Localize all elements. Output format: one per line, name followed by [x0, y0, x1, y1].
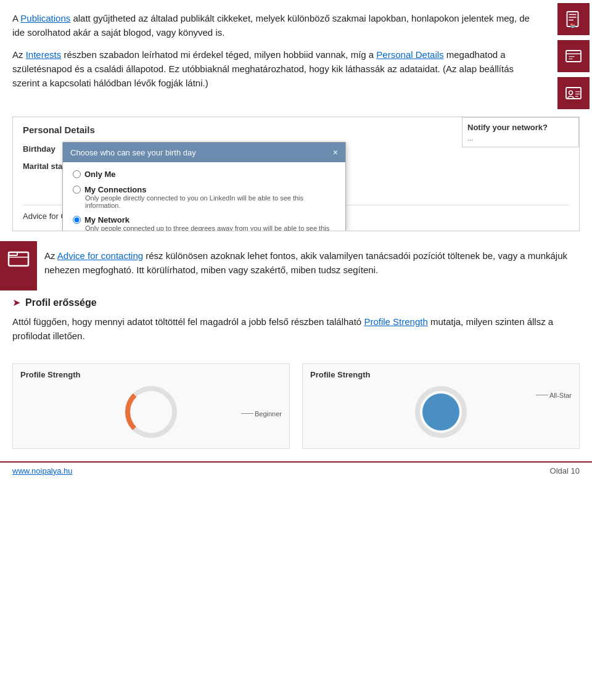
advice-text: Az Advice for contacting rész különösen …	[37, 241, 592, 290]
radio-only-me: Only Me	[73, 170, 335, 179]
folder-icon	[7, 247, 30, 270]
advice-icon-box	[0, 241, 37, 290]
para-publications: A Publications alatt gyűjtheted az által…	[12, 11, 543, 40]
svg-point-20	[422, 393, 459, 430]
svg-point-10	[569, 91, 573, 94]
screenshot-left: Personal Details Birthday Month... ▼ Day…	[0, 117, 592, 231]
allstar-label-group: All-Star	[536, 392, 572, 399]
modal-overlay: Choose who can see your birth day × Only…	[62, 142, 346, 231]
radio-only-me-input[interactable]	[73, 170, 81, 178]
ui-mockup: Personal Details Birthday Month... ▼ Day…	[12, 117, 580, 231]
footer-url[interactable]: www.noipalya.hu	[12, 466, 73, 476]
profile-strength-link[interactable]: Profile Strength	[364, 316, 427, 327]
para-interests: Az Interests részben szabadon leírhatod …	[12, 47, 543, 91]
main-text: A Publications alatt gyűjtheted az által…	[0, 0, 555, 110]
personal-details-link[interactable]: Personal Details	[376, 49, 443, 60]
profil-section: ➤ Profil erőssége Attól függően, hogy me…	[0, 290, 592, 357]
strength-card-beginner: Profile Strength Beginner	[12, 363, 290, 449]
modal-header: Choose who can see your birth day ×	[63, 142, 345, 162]
footer: www.noipalya.hu Oldal 10	[0, 461, 592, 479]
modal-body: Only Me My Connections Only people direc…	[63, 162, 345, 231]
profil-para: Attól függően, hogy mennyi adatot töltöt…	[12, 315, 580, 344]
strength-card-title-beginner: Profile Strength	[20, 370, 81, 379]
profil-title: Profil erőssége	[25, 297, 97, 308]
modal-close-x[interactable]: ×	[333, 147, 338, 157]
top-section: A Publications alatt gyűjtheted az által…	[0, 0, 592, 110]
svg-rect-15	[9, 252, 17, 255]
radio-network-label: My Network	[84, 215, 130, 224]
strength-visual-allstar: All-Star	[310, 384, 572, 440]
svg-text:📚: 📚	[570, 23, 576, 28]
profil-arrow: ➤	[12, 297, 20, 308]
interests-link[interactable]: Interests	[26, 49, 62, 60]
notify-box: Notify your network? ...	[462, 117, 579, 147]
sidebar-icons-top: 📚	[555, 0, 592, 110]
beginner-line	[241, 413, 253, 414]
svg-rect-14	[9, 252, 28, 266]
ui-inner: Personal Details Birthday Month... ▼ Day…	[13, 117, 579, 231]
publications-link[interactable]: Publications	[20, 13, 70, 23]
sidebar-icon-card	[557, 40, 590, 72]
book-icon: 📚	[564, 10, 583, 28]
svg-rect-5	[566, 51, 581, 62]
radio-network: My Network Only people connected up to t…	[73, 215, 335, 231]
page-wrapper: A Publications alatt gyűjtheted az által…	[0, 0, 592, 479]
radio-network-desc: Only people connected up to three degree…	[85, 224, 335, 231]
allstar-line	[536, 395, 548, 395]
person-card-icon	[564, 84, 583, 102]
strength-card-title-allstar: Profile Strength	[310, 370, 371, 379]
beginner-label-group: Beginner	[241, 410, 282, 418]
radio-only-me-label: Only Me	[84, 170, 116, 179]
notify-title: Notify your network?	[467, 123, 574, 132]
allstar-circle-svg	[413, 384, 469, 440]
strength-card-allstar: Profile Strength All-Star	[302, 363, 580, 449]
beginner-label: Beginner	[255, 410, 282, 418]
modal-title: Choose who can see your birth day	[70, 148, 196, 157]
screenshot-section: Personal Details Birthday Month... ▼ Day…	[0, 117, 592, 231]
radio-connections-label: My Connections	[84, 185, 146, 194]
strength-images: Profile Strength Beginner Profile Streng…	[12, 363, 580, 449]
advice-section: Az Advice for contacting rész különösen …	[0, 241, 592, 290]
allstar-label: All-Star	[549, 392, 572, 399]
footer-page: Oldal 10	[550, 466, 580, 476]
advice-highlight[interactable]: Advice for contacting	[57, 250, 143, 261]
profil-heading: ➤ Profil erőssége	[12, 297, 580, 308]
card-icon	[564, 47, 583, 65]
sidebar-icon-book: 📚	[557, 3, 590, 35]
beginner-circle-svg	[123, 384, 179, 440]
radio-connections-input[interactable]	[73, 186, 81, 194]
radio-connections-desc: Only people directly connected to you on…	[85, 194, 335, 209]
notify-desc: ...	[467, 134, 574, 142]
radio-connections: My Connections Only people directly conn…	[73, 185, 335, 209]
strength-visual-beginner: Beginner	[20, 384, 282, 440]
sidebar-icon-person	[557, 77, 590, 109]
radio-network-input[interactable]	[73, 216, 81, 224]
